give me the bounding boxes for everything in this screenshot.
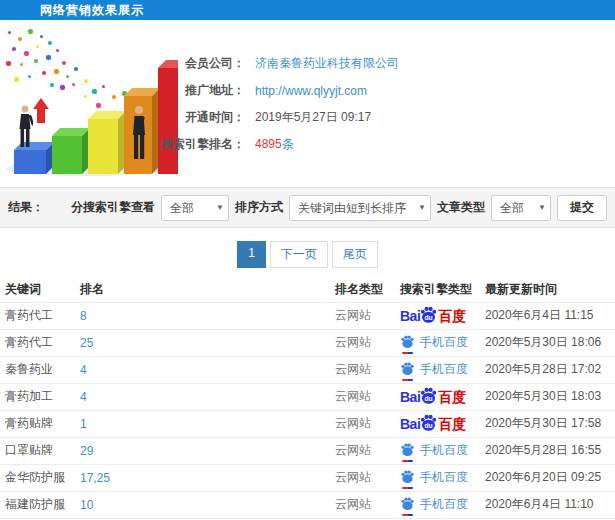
rank-link[interactable]: 4 — [80, 363, 87, 377]
pagination: 1 下一页 尾页 — [0, 241, 615, 268]
company-info-fields: 会员公司： 济南秦鲁药业科技有限公司 推广地址： http://www.qlyy… — [0, 50, 615, 158]
rank-link[interactable]: 1 — [80, 417, 87, 431]
engine-cell: 手机百度 — [400, 437, 485, 464]
confetti-dot — [36, 45, 39, 48]
rank-link[interactable]: 25 — [80, 336, 93, 350]
engine-select-wrap: 全部 — [161, 195, 229, 221]
rank-count-number: 4895 — [255, 137, 282, 151]
ranking-table: 关键词 排名 排名类型 搜索引擎类型 最新更新时间 膏药代工 8 云网站 Bai… — [0, 277, 615, 520]
info-section: 会员公司： 济南秦鲁药业科技有限公司 推广地址： http://www.qlyy… — [0, 20, 615, 187]
sort-select[interactable]: 关键词由短到长排序 — [289, 195, 431, 221]
rank-type-cell: 云网站 — [335, 356, 400, 383]
article-type-select[interactable]: 全部 — [491, 195, 551, 221]
open-time-value: 2019年5月27日 09:17 — [255, 109, 371, 126]
rank-count-value: 4895条 — [255, 136, 294, 153]
rank-cell: 17,25 — [80, 464, 335, 491]
rank-type-cell: 云网站 — [335, 410, 400, 437]
rank-type-cell: 云网站 — [335, 491, 400, 518]
rank-link[interactable]: 29 — [80, 444, 93, 458]
open-time-label: 开通时间： — [0, 109, 245, 126]
baidu-mobile-logo: 手机百度 — [400, 334, 468, 351]
sort-filter-label: 排序方式 — [235, 199, 283, 216]
confetti-dot — [28, 29, 33, 34]
baidu-paw-icon: du — [419, 386, 438, 405]
rank-cell: 10 — [80, 491, 335, 518]
confetti-dot — [8, 31, 11, 34]
time-cell: 2020年5月28日 17:02 — [485, 356, 615, 383]
baidu-mobile-logo: 手机百度 — [400, 496, 468, 513]
keyword-cell: 膏药代工 — [0, 302, 80, 329]
engine-cell: 手机百度 — [400, 356, 485, 383]
table-row: 膏药代工 25 云网站 手机百度 2020年5月30日 18:06 — [0, 329, 615, 356]
engine-cell: Baidu百度 — [400, 383, 485, 410]
rank-type-cell: 云网站 — [335, 464, 400, 491]
page-1-button[interactable]: 1 — [237, 241, 266, 268]
keyword-cell: 秦鲁药业 — [0, 356, 80, 383]
member-company-link[interactable]: 济南秦鲁药业科技有限公司 — [255, 55, 399, 72]
rank-link[interactable]: 8 — [80, 309, 87, 323]
rank-count-unit: 条 — [282, 137, 294, 151]
baidu-paw-icon — [400, 361, 415, 376]
engine-cell: Baidu百度 — [400, 410, 485, 437]
rank-count-label: 搜索引擎排名： — [0, 136, 245, 153]
svg-text:du: du — [425, 422, 433, 429]
engine-select[interactable]: 全部 — [161, 195, 229, 221]
baidu-mobile-logo: 手机百度 — [400, 469, 468, 486]
time-cell: 2020年6月4日 11:15 — [485, 302, 615, 329]
sort-select-wrap: 关键词由短到长排序 — [289, 195, 431, 221]
confetti-dot — [48, 41, 52, 45]
rank-type-cell: 云网站 — [335, 302, 400, 329]
field-member-company: 会员公司： 济南秦鲁药业科技有限公司 — [0, 50, 615, 77]
header-rank-type: 排名类型 — [335, 277, 400, 302]
baidu-pc-logo: Baidu百度 — [400, 413, 466, 434]
results-filter-bar: 结果： 分搜索引擎查看 全部 排序方式 关键词由短到长排序 文章类型 全部 提交 — [0, 187, 615, 228]
next-page-button[interactable]: 下一页 — [270, 241, 328, 268]
header-update-time: 最新更新时间 — [485, 277, 615, 302]
rank-type-cell: 云网站 — [335, 329, 400, 356]
table-row: 膏药贴牌 1 云网站 Baidu百度 2020年5月30日 17:58 — [0, 410, 615, 437]
keyword-cell: 口罩贴牌 — [0, 437, 80, 464]
results-label: 结果： — [8, 199, 44, 216]
time-cell: 2020年5月30日 17:58 — [485, 410, 615, 437]
engine-cell: Baidu百度 — [400, 302, 485, 329]
confetti-dot — [40, 35, 43, 38]
field-open-time: 开通时间： 2019年5月27日 09:17 — [0, 104, 615, 131]
header-engine-type: 搜索引擎类型 — [400, 277, 485, 302]
field-promo-url: 推广地址： http://www.qlyyjt.com — [0, 77, 615, 104]
baidu-mobile-logo: 手机百度 — [400, 361, 468, 378]
svg-text:du: du — [425, 395, 433, 402]
keyword-cell: 福建防护服 — [0, 491, 80, 518]
table-row: 秦鲁药业 4 云网站 手机百度 2020年5月28日 17:02 — [0, 356, 615, 383]
engine-cell: 手机百度 — [400, 329, 485, 356]
article-type-label: 文章类型 — [437, 199, 485, 216]
header-keyword: 关键词 — [0, 277, 80, 302]
titlebar: 网络营销效果展示 — [0, 0, 615, 20]
rank-link[interactable]: 17,25 — [80, 471, 110, 485]
promo-url-link[interactable]: http://www.qlyyjt.com — [255, 84, 367, 98]
rank-link[interactable]: 4 — [80, 390, 87, 404]
baidu-paw-icon — [400, 496, 415, 511]
page: 网络营销效果展示 — [0, 0, 615, 520]
time-cell: 2020年5月30日 18:06 — [485, 329, 615, 356]
keyword-cell: 膏药代工 — [0, 329, 80, 356]
baidu-paw-icon: du — [419, 413, 438, 432]
table-row: 福建防护服 10 云网站 手机百度 2020年6月4日 11:10 — [0, 491, 615, 518]
baidu-pc-logo: Baidu百度 — [400, 305, 466, 326]
field-rank-count: 搜索引擎排名： 4895条 — [0, 131, 615, 158]
engine-cell: 手机百度 — [400, 491, 485, 518]
member-company-label: 会员公司： — [0, 55, 245, 72]
submit-button[interactable]: 提交 — [557, 195, 607, 221]
svg-text:du: du — [425, 314, 433, 321]
table-header-row: 关键词 排名 排名类型 搜索引擎类型 最新更新时间 — [0, 277, 615, 302]
keyword-cell: 膏药贴牌 — [0, 410, 80, 437]
header-rank: 排名 — [80, 277, 335, 302]
time-cell: 2020年6月20日 09:25 — [485, 464, 615, 491]
time-cell: 2020年5月30日 18:03 — [485, 383, 615, 410]
rank-link[interactable]: 10 — [80, 498, 93, 512]
promo-url-label: 推广地址： — [0, 82, 245, 99]
table-row: 膏药加工 4 云网站 Baidu百度 2020年5月30日 18:03 — [0, 383, 615, 410]
engine-cell: 手机百度 — [400, 464, 485, 491]
rank-cell: 4 — [80, 383, 335, 410]
last-page-button[interactable]: 尾页 — [332, 241, 378, 268]
time-cell: 2020年5月28日 16:55 — [485, 437, 615, 464]
